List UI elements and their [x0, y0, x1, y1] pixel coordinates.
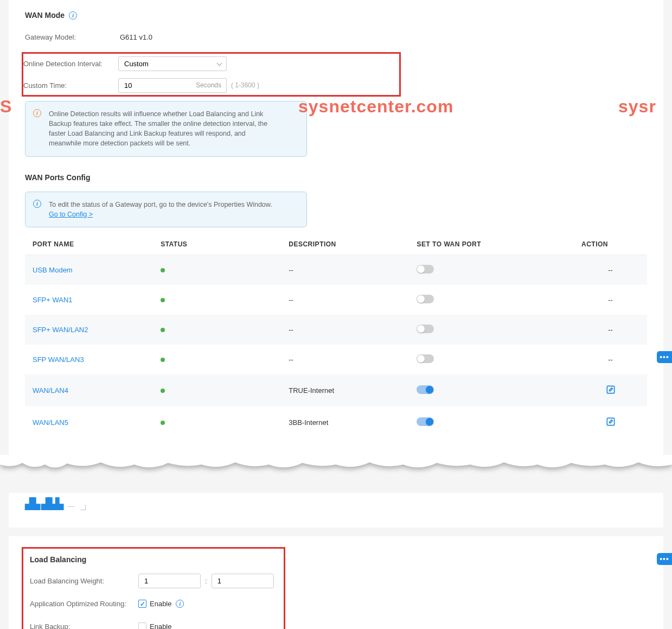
action-placeholder: -- — [608, 296, 613, 304]
table-row: USB Modem---- — [25, 255, 647, 285]
status-dot-icon — [161, 298, 165, 302]
status-dot-icon — [161, 389, 165, 393]
custom-time-label: Custom Time: — [23, 81, 118, 90]
status-dot-icon — [161, 421, 165, 425]
link-backup-label: Link Backup: — [30, 622, 138, 629]
load-balancing-title: Load Balancing — [30, 555, 274, 564]
table-row: SFP+ WAN1---- — [25, 285, 647, 315]
port-description: -- — [289, 266, 293, 274]
gateway-model-value: G611 v1.0 — [120, 33, 152, 41]
info-icon[interactable]: i — [69, 11, 77, 20]
lb-weight-2-input[interactable] — [212, 574, 274, 588]
table-row: WAN/LAN53BB-Internet — [25, 406, 647, 439]
wan-ports-title: WAN Ports Config — [25, 173, 647, 182]
wan-toggle[interactable] — [417, 325, 434, 333]
port-link[interactable]: SFP+ WAN1 — [33, 296, 73, 304]
weight-separator: : — [201, 577, 212, 585]
artifact-blob: ▟▙ ▟▙▙ — [25, 497, 62, 510]
port-link[interactable]: SFP+ WAN/LAN2 — [33, 326, 88, 334]
artifact-row: ▟▙ ▟▙▙ — — [9, 497, 663, 517]
edit-icon[interactable] — [605, 389, 616, 397]
th-status: STATUS — [153, 234, 281, 255]
highlight-box: Online Detection Interval: Custom Custom… — [22, 52, 401, 97]
wan-ports-info-content: To edit the status of a Gateway port, go… — [49, 200, 272, 219]
action-placeholder: -- — [608, 326, 613, 334]
gateway-model-row: Gateway Model: G611 v1.0 — [25, 29, 647, 45]
link-backup-enable-text: Enable — [150, 622, 171, 629]
artifact-corner — [80, 505, 86, 510]
aor-label: Application Optimized Routing: — [30, 600, 138, 608]
wan-toggle[interactable] — [417, 295, 434, 303]
table-row: WAN/LAN4TRUE-Internet — [25, 374, 647, 406]
port-link[interactable]: WAN/LAN4 — [33, 386, 68, 395]
port-description: -- — [289, 296, 293, 304]
wan-mode-info-box: i Online Detection results will influenc… — [25, 101, 307, 157]
status-dot-icon — [161, 328, 165, 332]
table-row: SFP+ WAN/LAN2---- — [25, 315, 647, 345]
gateway-model-label: Gateway Model: — [25, 33, 120, 41]
port-description: 3BB-Internet — [289, 418, 328, 427]
highlight-box-lb: Load Balancing Load Balancing Weight: : … — [22, 547, 285, 629]
custom-time-input[interactable] — [118, 78, 227, 93]
chat-tab-icon[interactable]: ••• — [657, 553, 672, 565]
lb-weight-label: Load Balancing Weight: — [30, 577, 138, 585]
aor-checkbox[interactable] — [138, 600, 146, 608]
wan-toggle[interactable] — [417, 265, 434, 274]
svg-rect-1 — [607, 418, 614, 425]
chat-tab-icon[interactable]: ••• — [657, 351, 672, 363]
status-dot-icon — [161, 268, 165, 272]
load-balancing-panel: Load Balancing Load Balancing Weight: : … — [9, 536, 663, 629]
detection-interval-select[interactable]: Custom — [118, 56, 227, 71]
torn-edge — [0, 455, 672, 476]
th-port-name: PORT NAME — [25, 234, 153, 255]
detection-select-wrap: Custom — [118, 56, 227, 71]
wan-toggle[interactable] — [417, 385, 434, 394]
aor-enable-text: Enable — [150, 600, 171, 608]
th-action: ACTION — [574, 234, 647, 255]
custom-time-range: ( 1-3600 ) — [231, 81, 259, 89]
action-placeholder: -- — [608, 355, 613, 364]
wan-mode-title: WAN Mode i — [25, 11, 647, 20]
wan-toggle[interactable] — [417, 417, 434, 426]
th-description: DESCRIPTION — [281, 234, 409, 255]
info-icon: i — [33, 109, 41, 117]
wan-ports-section: WAN Ports Config i To edit the status of… — [9, 162, 663, 444]
status-dot-icon — [161, 358, 165, 362]
link-backup-checkbox[interactable] — [138, 622, 146, 629]
action-placeholder: -- — [608, 266, 613, 274]
go-to-config-link[interactable]: Go to Config > — [49, 211, 93, 218]
port-description: -- — [289, 326, 293, 334]
edit-icon[interactable] — [605, 421, 616, 429]
svg-rect-0 — [607, 386, 614, 393]
port-description: TRUE-Internet — [289, 386, 334, 395]
port-link[interactable]: WAN/LAN5 — [33, 418, 68, 427]
info-icon: i — [33, 200, 41, 208]
wan-toggle[interactable] — [417, 354, 434, 363]
wan-mode-info-text: Online Detection results will influence … — [49, 109, 276, 149]
detection-interval-label: Online Detection Interval: — [23, 60, 118, 68]
th-wan-port: SET TO WAN PORT — [409, 234, 574, 255]
port-description: -- — [289, 355, 293, 364]
artifact-panel: ▟▙ ▟▙▙ — — [9, 493, 663, 528]
port-link[interactable]: USB Modem — [33, 266, 73, 274]
wan-mode-panel: WAN Mode i Gateway Model: G611 v1.0 Onli… — [9, 0, 663, 455]
wan-ports-info-text: To edit the status of a Gateway port, go… — [49, 201, 272, 208]
info-icon[interactable]: i — [176, 600, 184, 608]
lb-weight-1-input[interactable] — [138, 574, 201, 588]
port-link[interactable]: SFP WAN/LAN3 — [33, 355, 84, 364]
artifact-dash: — — [68, 502, 75, 510]
table-row: SFP WAN/LAN3---- — [25, 345, 647, 374]
wan-ports-table: PORT NAME STATUS DESCRIPTION SET TO WAN … — [25, 234, 647, 439]
wan-ports-info-box: i To edit the status of a Gateway port, … — [25, 192, 307, 227]
wan-mode-title-text: WAN Mode — [25, 11, 65, 20]
